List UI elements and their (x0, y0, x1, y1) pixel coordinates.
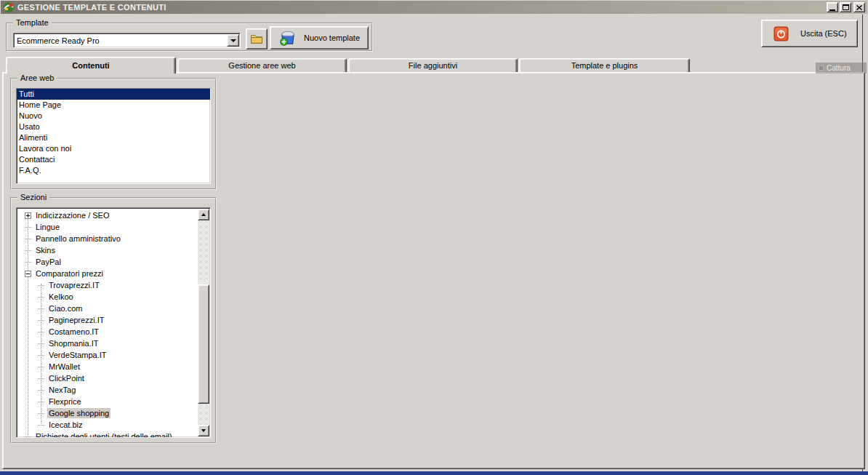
power-icon (773, 26, 789, 41)
tree-item[interactable]: Lingue (17, 221, 198, 233)
tree-item-label: ClickPoint (47, 373, 86, 383)
tree-item[interactable]: Indicizzazione / SEO (17, 209, 198, 221)
maximize-icon (843, 4, 849, 10)
tree-item-label: Flexprice (47, 396, 83, 407)
list-item[interactable]: Tutti (17, 89, 210, 100)
list-item[interactable]: Nuovo (17, 111, 210, 121)
tree-connector (38, 320, 44, 321)
tree-item-label: Icecat.biz (47, 420, 84, 430)
list-item[interactable]: Contattaci (17, 154, 210, 165)
triangle-down-icon (201, 429, 206, 432)
uscita-esc-button[interactable]: Uscita (ESC) (761, 20, 858, 47)
tab-contenuti-label: Contenuti (72, 61, 109, 70)
tab-plugins-label: Template e plugins (571, 61, 638, 70)
aree-web-groupbox: Aree web TuttiHome PageNuovoUsatoAliment… (10, 78, 217, 190)
tree-item-label: Trovaprezzi.IT (47, 280, 101, 290)
tree-connector (38, 425, 44, 426)
tree-connector (38, 367, 44, 367)
tree-item[interactable]: Flexprice (17, 396, 198, 407)
minimize-button[interactable] (827, 2, 838, 12)
tree-connector (38, 343, 44, 344)
tree-item[interactable]: Shopmania.IT (17, 338, 198, 349)
tree-item-label: Pannello amministrativo (34, 233, 122, 244)
close-icon (856, 5, 862, 10)
tab-gestione-aree-web[interactable]: Gestione aree web (177, 58, 347, 73)
title-bar: GESTIONE TEMPLATE E CONTENUTI (1, 1, 867, 14)
chevron-down-icon (230, 39, 236, 42)
tree-item-label: Ciao.com (47, 303, 84, 314)
maximize-button[interactable] (840, 2, 851, 12)
template-combo-value: Ecommerce Ready Pro (14, 36, 227, 45)
tree-item-label: VerdeStampa.IT (47, 350, 108, 360)
expander-minus-icon[interactable] (25, 271, 31, 277)
tree-item[interactable]: Kelkoo (17, 291, 198, 303)
expander-plus-icon[interactable] (25, 212, 31, 219)
sezioni-groupbox: Sezioni Indicizzazione / SEOLinguePannel… (10, 197, 217, 444)
tree-connector (25, 227, 31, 228)
tab-template-e-plugins[interactable]: Template e plugins (519, 58, 690, 73)
template-combo-dropdown-button[interactable] (227, 34, 239, 47)
capture-tool-overlay: Cattura (816, 63, 867, 73)
tree-item[interactable]: Richieste degli utenti (testi delle emai… (17, 431, 198, 438)
tree-connector (25, 239, 31, 239)
open-template-folder-button[interactable] (246, 28, 268, 49)
tree-item[interactable]: ClickPoint (17, 372, 198, 384)
capture-icon (819, 65, 824, 71)
sezioni-tree-items: Indicizzazione / SEOLinguePannello ammin… (17, 209, 198, 438)
tab-file-label: File aggiuntivi (409, 61, 457, 70)
close-button[interactable] (853, 2, 865, 12)
tree-connector (25, 262, 31, 263)
tree-item[interactable]: Trovaprezzi.IT (17, 279, 198, 291)
tree-connector (38, 355, 44, 356)
list-item[interactable]: Lavora con noi (17, 143, 210, 154)
tree-item[interactable]: Costameno.IT (17, 326, 198, 338)
scroll-down-button[interactable] (198, 425, 209, 436)
application-window: GESTIONE TEMPLATE E CONTENUTI Template E… (0, 0, 868, 471)
tree-item-label: Richieste degli utenti (testi delle emai… (34, 431, 174, 438)
tree-item[interactable]: VerdeStampa.IT (17, 349, 198, 361)
tree-connector (38, 308, 44, 309)
list-item[interactable]: Alimenti (17, 132, 210, 143)
tree-connector (38, 413, 44, 414)
scrollbar-thumb[interactable] (198, 284, 209, 404)
tree-item-label: Lingue (34, 222, 61, 232)
tree-item[interactable]: Icecat.biz (17, 419, 198, 431)
tree-item[interactable]: Pagineprezzi.IT (17, 314, 198, 326)
nuovo-template-button[interactable]: Nuovo template (270, 26, 369, 49)
tab-contenuti[interactable]: Contenuti (6, 57, 176, 73)
tree-item-label: Indicizzazione / SEO (34, 210, 111, 220)
tree-item-label: MrWallet (47, 362, 81, 372)
tree-item-label: Kelkoo (47, 292, 75, 302)
sezioni-tree[interactable]: Indicizzazione / SEOLinguePannello ammin… (16, 207, 211, 438)
tree-item[interactable]: Ciao.com (17, 303, 198, 314)
capture-overlay-label: Cattura (827, 64, 851, 72)
nuovo-template-label: Nuovo template (304, 33, 360, 42)
list-item[interactable]: F.A.Q. (17, 165, 210, 176)
tree-item[interactable]: Google shopping (17, 407, 198, 419)
scroll-up-button[interactable] (198, 209, 209, 220)
tree-item-label: Comparatori prezzi (34, 268, 105, 279)
tab-gestione-label: Gestione aree web (228, 61, 295, 70)
aree-web-list[interactable]: TuttiHome PageNuovoUsatoAlimentiLavora c… (16, 88, 211, 184)
tree-item[interactable]: Pannello amministrativo (17, 233, 198, 244)
aree-web-group-label: Aree web (17, 73, 57, 82)
tree-item[interactable]: MrWallet (17, 361, 198, 372)
tree-item[interactable]: Skins (17, 244, 198, 256)
list-item[interactable]: Home Page (17, 100, 210, 111)
tree-item[interactable]: PayPal (17, 256, 198, 268)
template-combobox[interactable]: Ecommerce Ready Pro (13, 33, 241, 48)
tree-item[interactable]: NexTag (17, 384, 198, 396)
window-title: GESTIONE TEMPLATE E CONTENUTI (17, 3, 825, 12)
tree-item[interactable]: Comparatori prezzi (17, 268, 198, 279)
tree-item-label: Costameno.IT (47, 327, 100, 337)
new-template-icon (279, 30, 297, 46)
tree-item-label: Skins (34, 245, 57, 255)
triangle-up-icon (201, 213, 206, 216)
app-icon (3, 1, 15, 13)
list-item[interactable]: Usato (17, 121, 210, 132)
tree-connector (38, 285, 44, 286)
sezioni-tree-scrollbar[interactable] (198, 209, 209, 436)
tree-item-label: Google shopping (47, 408, 110, 418)
tree-connector (38, 390, 44, 391)
tab-file-aggiuntivi[interactable]: File aggiuntivi (348, 58, 518, 73)
